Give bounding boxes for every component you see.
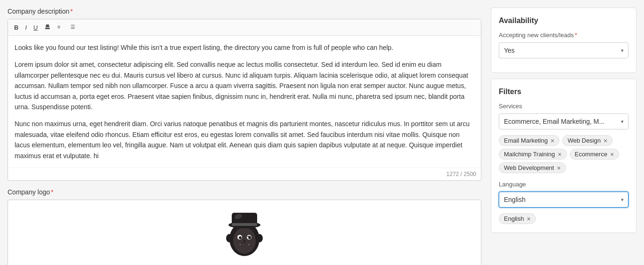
tag-english: English × [499,213,536,224]
availability-card: Availability Accepting new clients/leads… [491,8,636,73]
editor-toolbar: B I U ≡ ☰ [8,19,481,36]
services-tags: Email Marketing × Web Design × Mailchimp… [499,135,628,173]
tag-email-marketing: Email Marketing × [499,135,559,146]
svg-rect-17 [232,223,257,226]
remove-ecommerce-button[interactable]: × [609,151,614,158]
tag-web-design: Web Design × [562,135,613,146]
svg-point-8 [239,236,242,239]
highlight-icon [44,24,51,30]
ordered-list-icon: ≡ [57,24,64,30]
tag-ecommerce: Ecommerce × [570,149,620,160]
svg-marker-1 [46,24,49,27]
svg-rect-0 [45,28,50,29]
ordered-list-button[interactable]: ≡ [55,22,66,32]
mailchimp-logo-svg [219,210,270,262]
availability-title: Availability [499,16,628,25]
accepting-select[interactable]: Yes No [499,42,628,58]
services-select-wrapper: Ecommerce, Email Marketing, M... ▾ [499,113,628,129]
tag-mailchimp-training: Mailchimp Training × [499,149,567,160]
char-count: 1272 / 2500 [8,168,481,180]
filters-card: Filters Services Ecommerce, Email Market… [491,79,636,233]
logo-section: Company logo* [8,188,481,265]
svg-text:☰: ☰ [71,24,75,30]
svg-point-19 [237,244,252,253]
remove-web-development-button[interactable]: × [556,165,561,171]
language-tags: English × [499,213,628,224]
accepting-label: Accepting new clients/leads* [499,32,628,39]
remove-mailchimp-training-button[interactable]: × [557,151,561,158]
remove-email-marketing-button[interactable]: × [550,137,554,144]
tag-web-development: Web Development × [499,162,566,173]
services-select[interactable]: Ecommerce, Email Marketing, M... [499,113,628,129]
company-logo-label: Company logo* [8,188,481,196]
italic-button[interactable]: I [23,23,29,32]
editor-content[interactable]: Looks like you found our test listing! W… [8,36,481,168]
unordered-list-button[interactable]: ☰ [68,22,79,32]
svg-point-14 [256,234,263,242]
logo-preview [216,208,273,264]
svg-text:≡: ≡ [57,24,60,30]
bold-button[interactable]: B [12,23,21,32]
svg-point-13 [226,234,233,242]
filters-title: Filters [499,88,628,96]
svg-point-11 [243,241,244,242]
language-select-wrapper: English Spanish French German ▾ [499,192,628,208]
services-label: Services [499,103,628,110]
language-label: Language [499,181,628,188]
sidebar: Availability Accepting new clients/leads… [491,8,636,265]
rich-text-editor: B I U ≡ ☰ [8,19,481,181]
language-select[interactable]: English Spanish French German [499,192,628,208]
svg-point-12 [245,241,247,242]
underline-button[interactable]: U [31,23,40,32]
remove-web-design-button[interactable]: × [603,137,607,144]
logo-upload-area[interactable] [8,200,481,265]
unordered-list-icon: ☰ [71,24,77,30]
remove-english-button[interactable]: × [526,216,531,222]
company-description-label: Company description* [8,8,481,15]
accepting-select-wrapper: Yes No ▾ [499,42,628,58]
main-panel: Company description* B I U ≡ [8,8,481,265]
highlight-button[interactable] [42,22,53,32]
